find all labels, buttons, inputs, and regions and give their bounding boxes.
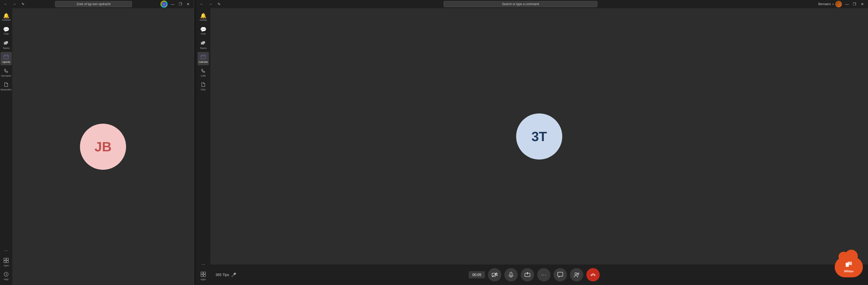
apps-icon-left <box>4 258 9 264</box>
help-icon-left: ? <box>4 272 9 278</box>
teams-logo-left: T <box>160 1 167 8</box>
username-label: Bernaers <box>818 2 831 6</box>
calendar-label-left: Agenda <box>2 61 10 63</box>
close-button-right[interactable]: ✕ <box>859 1 866 7</box>
files-label-left: Bestanden <box>1 88 11 91</box>
apps-label-right: Apps <box>201 278 206 281</box>
back-button-right[interactable]: ← <box>198 1 205 7</box>
search-bar-right[interactable]: Search or type a command <box>444 1 597 7</box>
calendar-icon-left <box>4 54 9 60</box>
caller-name: 365 Tips <box>216 273 229 277</box>
svg-text:?: ? <box>5 273 7 276</box>
sidebar-item-activity-right[interactable]: 🔔 Activity <box>197 10 209 24</box>
svg-rect-7 <box>7 55 7 56</box>
avatar-jb: JB <box>80 124 126 170</box>
call-area-left: JB <box>12 8 194 285</box>
apps-icon-right <box>201 272 206 278</box>
compose-button-right[interactable]: ✎ <box>216 1 223 7</box>
sidebar-item-calendar-right[interactable]: Calendar <box>197 52 209 65</box>
close-button-left[interactable]: ✕ <box>185 1 192 7</box>
more-button-right[interactable]: ··· <box>197 260 209 269</box>
sidebar-item-teams-right[interactable]: Teams <box>197 38 209 52</box>
end-call-button[interactable] <box>586 268 600 281</box>
maximize-button-right[interactable]: ❐ <box>851 1 858 7</box>
search-bar-left[interactable]: Zoek of typ een opdracht <box>55 1 132 7</box>
files-icon-right <box>201 82 206 88</box>
minimize-button-right[interactable]: — <box>843 1 850 7</box>
svg-rect-15 <box>203 41 205 43</box>
calls-label-left: Oproepen <box>1 74 11 77</box>
share-screen-button[interactable] <box>521 268 534 281</box>
participants-button[interactable] <box>570 268 583 281</box>
svg-rect-4 <box>4 55 8 59</box>
activity-icon-right: 🔔 <box>200 13 207 18</box>
user-area: Bernaers ▾ <box>818 1 842 7</box>
sidebar-left: 🔔 Activiteit 💬 Chat Teams <box>0 8 12 285</box>
svg-rect-18 <box>202 55 203 56</box>
more-options-button[interactable]: ··· <box>537 268 551 281</box>
sidebar-item-calendar-left[interactable]: Agenda <box>1 52 12 65</box>
chat-icon-left: 💬 <box>3 27 9 32</box>
svg-rect-33 <box>848 262 852 265</box>
svg-point-30 <box>575 273 577 275</box>
forward-button-left[interactable]: → <box>11 1 18 7</box>
call-video-area: 3T <box>210 8 868 264</box>
sidebar-item-activity-left[interactable]: 🔔 Activiteit <box>1 10 12 24</box>
calls-icon-right <box>201 68 206 74</box>
search-placeholder-right: Search or type a command <box>502 2 539 6</box>
svg-rect-16 <box>201 55 206 59</box>
sidebar-item-apps-left[interactable]: Apps <box>1 256 12 269</box>
svg-rect-3 <box>5 41 8 43</box>
svg-rect-11 <box>6 261 8 263</box>
teams-label-right: Teams <box>200 47 207 50</box>
titlebar-nav-left: ← → ✎ <box>2 1 27 7</box>
svg-rect-19 <box>204 55 205 56</box>
sidebar-item-help-left[interactable]: ? Help <box>1 270 12 283</box>
camera-button[interactable] <box>488 268 501 281</box>
window-controls-left: — ❐ ✕ <box>169 1 192 7</box>
chat-label-left: Chat <box>4 33 8 35</box>
svg-rect-10 <box>4 261 6 263</box>
minimize-button-left[interactable]: — <box>169 1 176 7</box>
more-button-left[interactable]: ··· <box>1 246 12 255</box>
sidebar-item-files-right[interactable]: Files <box>197 80 209 93</box>
sidebar-item-calls-left[interactable]: Oproepen <box>1 66 12 79</box>
forward-button-right[interactable]: → <box>207 1 214 7</box>
search-placeholder-left: Zoek of typ een opdracht <box>76 2 111 6</box>
calendar-label-right: Calendar <box>198 61 208 63</box>
teams-icon-left <box>4 40 9 46</box>
svg-rect-24 <box>492 273 496 276</box>
svg-rect-26 <box>510 272 512 276</box>
main-row-left: 🔔 Activiteit 💬 Chat Teams <box>0 8 194 285</box>
avatar-jb-initials: JB <box>95 139 112 154</box>
titlebar-right: ← → ✎ Search or type a command Bernaers … <box>196 0 868 8</box>
caller-info: 365 Tips 🎤 <box>216 273 236 277</box>
titlebar-left: ← → ✎ Zoek of typ een opdracht T — ❐ ✕ <box>0 0 194 8</box>
chevron-icon: ▾ <box>832 3 834 6</box>
sidebar-item-files-left[interactable]: Bestanden <box>1 80 12 93</box>
compose-button-left[interactable]: ✎ <box>20 1 27 7</box>
chat-label-right: Chat <box>201 33 206 35</box>
office-icon <box>845 261 852 270</box>
files-label-right: Files <box>201 88 206 91</box>
mute-button[interactable] <box>504 268 518 281</box>
sidebar-item-apps-right[interactable]: Apps <box>197 270 209 283</box>
sidebar-item-chat-right[interactable]: 💬 Chat <box>197 24 209 38</box>
right-section: 3T 365 Tips 🎤 00:05 <box>210 8 868 285</box>
sidebar-item-teams-left[interactable]: Teams <box>1 38 12 52</box>
help-label-left: Help <box>4 278 9 281</box>
sidebar-item-chat-left[interactable]: 💬 Chat <box>1 24 12 38</box>
svg-rect-23 <box>204 275 206 277</box>
more-dots-icon: ··· <box>541 272 547 278</box>
chat-icon-right: 💬 <box>200 27 207 32</box>
sidebar-item-calls-right[interactable]: Calls <box>197 66 209 79</box>
svg-rect-6 <box>5 55 5 56</box>
svg-rect-8 <box>4 258 6 260</box>
window-divider <box>194 0 196 285</box>
chat-button[interactable] <box>554 268 567 281</box>
back-button-left[interactable]: ← <box>2 1 9 7</box>
maximize-button-left[interactable]: ❐ <box>177 1 184 7</box>
avatar-3t-initials: 3T <box>531 129 547 144</box>
activity-label-right: Activity <box>199 19 207 21</box>
activity-icon-left: 🔔 <box>3 13 9 18</box>
